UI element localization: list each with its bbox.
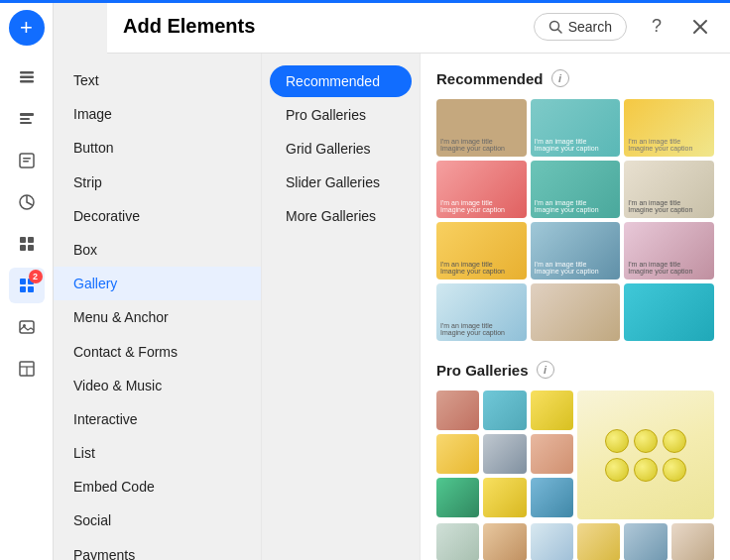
pro-bottom-2[interactable] (483, 523, 526, 560)
table-icon (17, 359, 37, 379)
svg-rect-16 (20, 286, 26, 292)
pro-bottom-4[interactable] (577, 523, 620, 560)
sidebar-icon-active[interactable]: 2 (9, 268, 45, 303)
svg-rect-7 (23, 158, 31, 160)
rec-thumb-1[interactable]: I'm an image titleImagine your caption (436, 99, 527, 157)
media-icon (17, 317, 37, 337)
svg-rect-4 (20, 118, 30, 120)
rec-thumb-11[interactable] (531, 283, 621, 341)
sub-item-more-galleries[interactable]: More Galleries (270, 200, 412, 232)
nav-item-menu-anchor[interactable]: Menu & Anchor (54, 300, 261, 334)
thumb-label: I'm an image titleImagine your caption (628, 138, 692, 153)
pages-icon (17, 67, 37, 87)
nav-item-interactive[interactable]: Interactive (54, 402, 261, 436)
sub-item-slider-galleries[interactable]: Slider Galleries (270, 167, 412, 198)
pro-thumb-7[interactable] (436, 478, 479, 517)
sub-item-pro-galleries[interactable]: Pro Galleries (270, 99, 412, 131)
nav-item-embed-code[interactable]: Embed Code (54, 470, 261, 504)
nav-item-text[interactable]: Text (54, 63, 261, 97)
svg-rect-11 (28, 237, 34, 243)
rec-thumb-12[interactable] (624, 283, 714, 341)
rec-thumb-7[interactable]: I'm an image titleImagine your caption (436, 222, 527, 280)
search-icon (548, 20, 562, 34)
recommended-title: Recommended i (436, 69, 714, 87)
sidebar-icon-apps[interactable] (9, 226, 45, 262)
left-navigation: Text Image Button Strip Decorative Box G… (54, 54, 262, 560)
sidebar-icon-pages[interactable] (9, 59, 45, 95)
help-button[interactable]: ? (643, 13, 670, 41)
plus-icon: + (20, 15, 33, 41)
nav-item-button[interactable]: Button (54, 131, 261, 165)
rec-thumb-5[interactable]: I'm an image titleImagine your caption (531, 161, 621, 218)
pro-thumb-2[interactable] (483, 391, 526, 430)
sidebar-icon-media[interactable] (9, 309, 45, 345)
recommended-info-icon[interactable]: i (551, 69, 569, 87)
nav-item-image[interactable]: Image (54, 97, 261, 131)
nav-item-payments[interactable]: Payments (54, 538, 261, 560)
apps-icon (17, 234, 37, 254)
pro-thumb-8[interactable] (483, 478, 526, 517)
thumb-label: I'm an image titleImagine your caption (535, 138, 599, 153)
thumb-label: I'm an image titleImagine your caption (440, 261, 505, 276)
nav-item-box[interactable]: Box (54, 233, 261, 267)
svg-rect-18 (20, 321, 34, 333)
sidebar-icon-table[interactable] (9, 351, 45, 387)
thumb-label: I'm an image titleImagine your caption (440, 199, 505, 214)
rec-thumb-8[interactable]: I'm an image titleImagine your caption (531, 222, 621, 280)
sidebar-icon-theme[interactable] (9, 184, 45, 220)
pro-galleries-section: Pro Galleries i (436, 361, 714, 560)
thumb-label: I'm an image titleImagine your caption (440, 322, 505, 337)
text-icon (17, 109, 37, 129)
nav-item-strip[interactable]: Strip (54, 166, 261, 199)
pro-thumb-9[interactable] (531, 478, 573, 517)
thumb-label: I'm an image titleImagine your caption (535, 261, 599, 276)
thumb-label: I'm an image titleImagine your caption (440, 138, 505, 153)
pro-bottom-3[interactable] (531, 523, 573, 560)
theme-icon (17, 192, 37, 212)
nav-item-list[interactable]: List (54, 436, 261, 470)
rec-thumb-4[interactable]: I'm an image titleImagine your caption (436, 161, 527, 218)
sub-item-recommended[interactable]: Recommended (270, 65, 412, 97)
sidebar-icon-text[interactable] (9, 101, 45, 137)
svg-rect-8 (23, 161, 29, 163)
pro-bottom-1[interactable] (436, 523, 479, 560)
svg-rect-1 (20, 76, 34, 79)
app-sidebar: + 2 (0, 0, 54, 560)
close-button[interactable] (686, 13, 714, 41)
rec-thumb-10[interactable]: I'm an image titleImagine your caption (436, 283, 527, 341)
thumb-label: I'm an image titleImagine your caption (628, 261, 692, 276)
add-element-button[interactable]: + (9, 10, 45, 46)
rec-thumb-9[interactable]: I'm an image titleImagine your caption (624, 222, 714, 280)
pro-lemon-thumb[interactable] (577, 391, 714, 519)
close-icon (692, 19, 708, 35)
pro-bottom-6[interactable] (671, 523, 714, 560)
nav-item-decorative[interactable]: Decorative (54, 199, 261, 233)
pro-galleries-info-icon[interactable]: i (537, 361, 554, 379)
pro-thumb-6[interactable] (531, 434, 573, 474)
rec-thumb-6[interactable]: I'm an image titleImagine your caption (624, 161, 714, 218)
nav-item-contact-forms[interactable]: Contact & Forms (54, 335, 261, 369)
thumb-label: I'm an image titleImagine your caption (628, 199, 692, 214)
recommended-section: Recommended i I'm an image titleImagine … (436, 69, 714, 341)
svg-rect-10 (20, 237, 26, 243)
pro-thumb-5[interactable] (483, 434, 526, 474)
main-content: Text Image Button Strip Decorative Box G… (54, 54, 730, 560)
pro-thumb-1[interactable] (436, 391, 479, 430)
nav-item-gallery[interactable]: Gallery (54, 267, 261, 300)
pro-thumb-4[interactable] (436, 434, 479, 474)
pro-bottom-5[interactable] (624, 523, 667, 560)
header-actions: Search ? (534, 13, 714, 41)
notification-badge: 2 (29, 270, 43, 283)
nav-item-social[interactable]: Social (54, 504, 261, 537)
search-button[interactable]: Search (534, 13, 627, 41)
svg-rect-0 (20, 71, 34, 74)
sub-item-grid-galleries[interactable]: Grid Galleries (270, 133, 412, 165)
blog-icon (17, 151, 37, 170)
rec-thumb-3[interactable]: I'm an image titleImagine your caption (624, 99, 714, 157)
rec-thumb-2[interactable]: I'm an image titleImagine your caption (531, 99, 621, 157)
svg-rect-2 (20, 80, 34, 83)
svg-rect-13 (28, 245, 34, 251)
pro-thumb-3[interactable] (531, 391, 573, 430)
sidebar-icon-blog[interactable] (9, 143, 45, 178)
nav-item-video-music[interactable]: Video & Music (54, 369, 261, 402)
